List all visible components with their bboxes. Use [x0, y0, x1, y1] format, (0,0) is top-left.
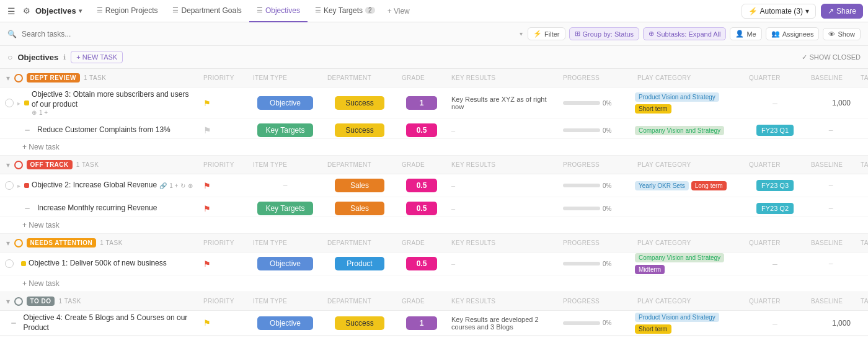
- search-chevron-icon[interactable]: ▾: [520, 30, 523, 37]
- hamburger-icon[interactable]: ☰: [5, 4, 18, 19]
- priority-flag-icon[interactable]: ⚑: [203, 181, 211, 190]
- search-icon: 🔍: [7, 30, 17, 38]
- grade-badge[interactable]: 1: [406, 316, 437, 330]
- dept-badge[interactable]: Success: [335, 123, 384, 137]
- task-meta: 🔗 1 + ↻ ⊕: [159, 182, 193, 189]
- col-target: TARGET: [856, 161, 868, 168]
- task-checkbox[interactable]: [5, 99, 14, 107]
- col-play-category: PLAY CATEGORY: [632, 239, 744, 246]
- new-task-row[interactable]: + New task: [0, 275, 868, 292]
- priority-cell: ⚑: [198, 181, 248, 190]
- tab-key-targets[interactable]: ☰ Key Targets 2: [308, 0, 383, 22]
- grade-badge[interactable]: 0.5: [406, 179, 437, 192]
- task-name[interactable]: Increase Monthly recurring Revenue: [37, 203, 157, 213]
- dept-cell: Success: [322, 316, 397, 330]
- quarter-dash: –: [773, 318, 777, 328]
- show-closed-button[interactable]: ✓ SHOW CLOSED: [802, 53, 861, 61]
- priority-flag-icon[interactable]: ⚑: [203, 204, 211, 213]
- show-button[interactable]: 👁 Show: [823, 28, 861, 40]
- tab-region-projects[interactable]: ☰ Region Projects: [89, 0, 166, 22]
- target-cell: 2,000: [856, 99, 868, 107]
- quarter-cell: FY23 Q3: [744, 180, 806, 191]
- assignees-button[interactable]: 👥 Assignees: [766, 27, 820, 40]
- progress-cell: 0%: [558, 182, 632, 189]
- tab-objectives[interactable]: ☰ Objectives: [249, 0, 308, 22]
- filter-button[interactable]: ⚡ Filter: [528, 27, 565, 40]
- play-cat-badge: Company Vision and Strategy: [635, 126, 724, 135]
- quarter-badge[interactable]: FY23 Q3: [756, 180, 794, 191]
- sub-connector: [25, 130, 30, 131]
- task-count: 1 TASK: [76, 161, 99, 168]
- item-type-badge[interactable]: Objective: [257, 316, 313, 330]
- filter-bar: ⚡ Filter ⊞ Group by: Status ⊕ Subtasks: …: [528, 27, 861, 40]
- task-name[interactable]: Objective 1: Deliver 500k of new busines…: [29, 259, 167, 269]
- dept-badge[interactable]: Sales: [335, 179, 384, 192]
- search-input[interactable]: [22, 30, 515, 38]
- dept-badge[interactable]: Success: [335, 316, 384, 330]
- key-results-cell: –: [446, 182, 558, 189]
- item-type-cell: Key Targets: [248, 123, 322, 137]
- collapse-icon[interactable]: ▾: [6, 297, 11, 306]
- tab-icon: ☰: [172, 6, 179, 14]
- objectives-header: ○ Objectives ℹ + NEW TASK ✓ SHOW CLOSED: [0, 46, 868, 69]
- task-name-cell: ▸ Objective 2: Increase Global Revenue 🔗…: [0, 174, 198, 197]
- baseline-cell: –: [806, 181, 856, 190]
- quarter-badge[interactable]: FY23 Q1: [756, 125, 794, 136]
- expand-icon[interactable]: ▸: [16, 100, 22, 107]
- task-name[interactable]: Objective 2: Increase Global Revenue: [32, 181, 157, 190]
- task-name[interactable]: Objective 3: Obtain more subscribers and…: [32, 90, 193, 109]
- group-header-to-do: ▾ TO DO 1 TASK PRIORITY ITEM TYPE DEPART…: [0, 292, 868, 311]
- grade-cell: 0.5: [397, 257, 446, 270]
- priority-flag-icon[interactable]: ⚑: [203, 125, 211, 135]
- grade-badge[interactable]: 0.5: [406, 123, 437, 137]
- nav-right: ⚡ Automate (3) ▾ ↗ Share: [742, 4, 863, 19]
- play-cat-cell: Product Vision and Strategy Short term: [632, 313, 744, 334]
- dept-badge[interactable]: Product: [335, 257, 384, 270]
- task-name[interactable]: Objective 4: Create 5 Blogs and 5 Course…: [24, 313, 193, 332]
- subtasks-expand-button[interactable]: ⊕ Subtasks: Expand All: [643, 27, 726, 40]
- task-checkbox[interactable]: [5, 259, 14, 268]
- dept-badge[interactable]: Sales: [335, 202, 384, 215]
- status-badge: DEPT REVIEW: [27, 73, 80, 83]
- add-view-button[interactable]: + View: [383, 7, 415, 16]
- task-count: 1 TASK: [84, 74, 107, 81]
- collapse-icon[interactable]: ▾: [6, 239, 11, 248]
- col-quarter: QUARTER: [744, 239, 806, 246]
- play-cat-badge: Product Vision and Strategy: [635, 313, 719, 322]
- priority-flag-icon[interactable]: ⚑: [203, 318, 211, 328]
- expand-icon[interactable]: ▸: [16, 182, 22, 189]
- item-type-badge[interactable]: Key Targets: [257, 123, 313, 137]
- group-status-cell: ▾ TO DO 1 TASK: [0, 297, 198, 306]
- collapse-icon[interactable]: ▾: [6, 74, 11, 83]
- grade-badge[interactable]: 1: [406, 96, 437, 110]
- priority-flag-icon[interactable]: ⚑: [203, 259, 211, 269]
- tab-department-goals[interactable]: ☰ Department Goals: [165, 0, 249, 22]
- key-results-cell: –: [446, 205, 558, 212]
- collapse-icon[interactable]: ▾: [6, 161, 11, 169]
- chevron-down-icon[interactable]: ▾: [79, 7, 82, 14]
- automate-button[interactable]: ⚡ Automate (3) ▾: [742, 4, 816, 19]
- share-button[interactable]: ↗ Share: [821, 4, 863, 19]
- grade-badge[interactable]: 0.5: [406, 202, 437, 215]
- play-term-badge: Short term: [635, 324, 671, 334]
- task-name-cell: ▸ Objective 3: Obtain more subscribers a…: [0, 87, 198, 118]
- quarter-badge[interactable]: FY23 Q2: [756, 203, 794, 214]
- item-type-badge[interactable]: Objective: [257, 257, 313, 270]
- me-button[interactable]: 👤 Me: [730, 27, 761, 40]
- main-content: ○ Objectives ℹ + NEW TASK ✓ SHOW CLOSED …: [0, 46, 868, 348]
- col-progress: PROGRESS: [558, 161, 632, 168]
- task-checkbox[interactable]: [5, 181, 14, 190]
- new-task-button[interactable]: + NEW TASK: [71, 51, 123, 63]
- group-by-status-button[interactable]: ⊞ Group by: Status: [569, 27, 640, 40]
- item-type-badge[interactable]: Key Targets: [257, 202, 313, 215]
- info-icon[interactable]: ℹ: [63, 53, 66, 61]
- grade-badge[interactable]: 0.5: [406, 257, 437, 270]
- objectives-title: Objectives: [17, 53, 58, 62]
- gear-icon[interactable]: ⚙: [20, 4, 33, 18]
- item-type-badge[interactable]: Objective: [257, 96, 313, 110]
- group-header-dept-review: ▾ DEPT REVIEW 1 TASK PRIORITY ITEM TYPE …: [0, 69, 868, 87]
- dept-badge[interactable]: Success: [335, 96, 384, 110]
- priority-flag-icon[interactable]: ⚑: [203, 99, 211, 108]
- task-name[interactable]: Reduce Customer Complaints from 13%: [37, 125, 170, 135]
- circle-check-icon[interactable]: ○: [7, 52, 12, 62]
